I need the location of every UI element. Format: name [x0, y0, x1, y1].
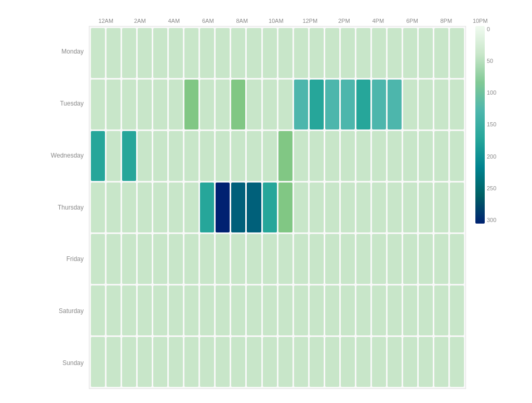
heatmap-cell	[216, 234, 230, 284]
heatmap-cell	[107, 183, 121, 232]
legend-label: 300	[487, 217, 496, 223]
heatmap-cell	[419, 285, 433, 335]
x-axis-label: 8PM	[429, 18, 463, 24]
x-axis-label: 4PM	[361, 18, 395, 24]
heatmap-cell	[419, 234, 433, 284]
heatmap-cell	[169, 234, 183, 284]
heatmap-cell	[388, 337, 402, 387]
heatmap-cell	[419, 131, 433, 181]
heatmap-cell	[372, 183, 386, 232]
grid-and-y: MondayTuesdayWednesdayThursdayFridaySatu…	[42, 26, 502, 389]
x-axis-label: 10PM	[463, 18, 498, 24]
heatmap-cell	[434, 285, 448, 335]
heatmap-cell	[138, 285, 152, 335]
heatmap-cell	[122, 337, 136, 387]
heatmap-cell	[341, 183, 355, 232]
heatmap-cell	[341, 337, 355, 387]
heatmap-cell	[434, 234, 448, 284]
heatmap-cell	[310, 80, 324, 129]
heatmap-cell	[278, 285, 292, 335]
heatmap-cell	[122, 285, 136, 335]
heatmap-cell	[356, 131, 370, 181]
heatmap-cell	[278, 80, 292, 129]
heatmap-cell	[138, 28, 152, 78]
heatmap-cell	[200, 285, 214, 335]
heatmap-cell	[278, 131, 292, 181]
heatmap-cell	[388, 28, 402, 78]
heatmap-cell	[325, 234, 339, 284]
heatmap-cell	[341, 285, 355, 335]
heatmap-cell	[231, 183, 245, 232]
legend-label: 200	[487, 153, 496, 160]
heatmap-cell	[294, 131, 308, 181]
heatmap-cell	[247, 337, 261, 387]
legend-label: 0	[487, 26, 496, 32]
heatmap-cell	[310, 285, 324, 335]
heatmap-cell	[294, 337, 308, 387]
heatmap-cell	[153, 131, 167, 181]
heatmap-cell	[310, 337, 324, 387]
heatmap-cell	[247, 285, 261, 335]
heatmap-cell	[419, 28, 433, 78]
x-axis-label: 6PM	[395, 18, 430, 24]
heatmap-cell	[184, 80, 198, 129]
heatmap-cell	[325, 28, 339, 78]
heatmap-cell	[184, 131, 198, 181]
legend-label: 150	[487, 121, 496, 127]
heatmap-cell	[107, 131, 121, 181]
x-axis-label: 2AM	[123, 18, 157, 24]
heatmap-cell	[184, 285, 198, 335]
heatmap-cell	[310, 131, 324, 181]
heatmap-cell	[419, 183, 433, 232]
heatmap-cell	[200, 28, 214, 78]
heatmap-cell	[122, 131, 136, 181]
heatmap-cell	[153, 234, 167, 284]
heatmap-cell	[216, 183, 230, 232]
heatmap-cell	[403, 337, 417, 387]
heatmap-cell	[403, 285, 417, 335]
heatmap-cell	[122, 183, 136, 232]
heatmap-cell	[122, 234, 136, 284]
heatmap-row	[91, 80, 464, 129]
heatmap-cell	[450, 80, 464, 129]
heatmap-cell	[310, 28, 324, 78]
heatmap-cell	[388, 285, 402, 335]
heatmap-cell	[278, 183, 292, 232]
chart-wrapper: 12AM2AM4AM6AM8AM10AM12PM2PM4PM6PM8PM10PM…	[19, 9, 513, 394]
x-axis-label: 8AM	[225, 18, 259, 24]
heatmap-cell	[356, 234, 370, 284]
heatmap-cell	[263, 285, 277, 335]
heatmap-cell	[450, 131, 464, 181]
heatmap-cell	[263, 337, 277, 387]
heatmap-cell	[356, 28, 370, 78]
heatmap-cell	[153, 285, 167, 335]
heatmap-cell	[122, 80, 136, 129]
heatmap-cell	[247, 80, 261, 129]
heatmap-cell	[403, 28, 417, 78]
heatmap-cell	[356, 337, 370, 387]
heatmap-cell	[325, 285, 339, 335]
x-axis-labels: 12AM2AM4AM6AM8AM10AM12PM2PM4PM6PM8PM10PM	[89, 18, 497, 24]
heatmap-cell	[169, 80, 183, 129]
heatmap-cell	[153, 337, 167, 387]
heatmap-cell	[278, 337, 292, 387]
heatmap-row	[91, 183, 464, 232]
heatmap-cell	[372, 285, 386, 335]
heatmap-cell	[200, 183, 214, 232]
heatmap-cell	[184, 234, 198, 284]
heatmap-cell	[200, 234, 214, 284]
legend-area: 050100150200250300	[471, 26, 502, 389]
heatmap-cell	[450, 234, 464, 284]
heatmap-cell	[310, 234, 324, 284]
heatmap-cell	[403, 131, 417, 181]
heatmap-row	[91, 337, 464, 387]
heatmap-cell	[325, 80, 339, 129]
heatmap-cell	[200, 337, 214, 387]
heatmap-cell	[341, 131, 355, 181]
heatmap-cell	[247, 28, 261, 78]
heatmap-cell	[434, 183, 448, 232]
y-axis-label-item: Wednesday	[42, 129, 89, 181]
main-area: 12AM2AM4AM6AM8AM10AM12PM2PM4PM6PM8PM10PM…	[42, 18, 502, 389]
y-axis-label-item: Thursday	[42, 181, 89, 233]
heatmap-cell	[356, 80, 370, 129]
